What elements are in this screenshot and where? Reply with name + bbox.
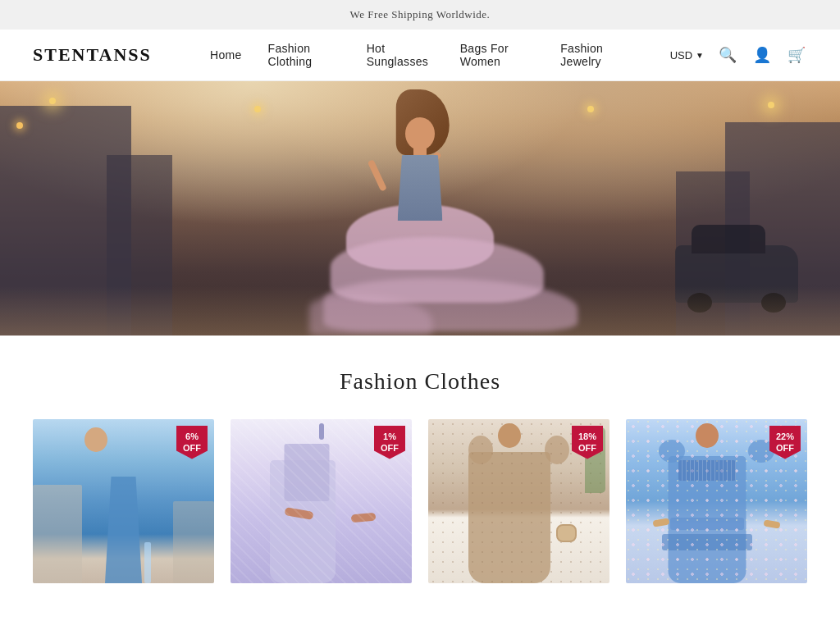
hero-banner [0, 81, 840, 336]
section-title: Fashion Clothes [0, 336, 840, 419]
product-card-4[interactable]: 22% OFF [626, 419, 807, 583]
fashion-clothes-section: Fashion Clothes 6% OFF [0, 336, 840, 616]
shipping-banner: We Free Shipping Worldwide. [0, 0, 840, 30]
discount-off-3: OFF [578, 443, 596, 453]
currency-label: USD [670, 49, 692, 62]
nav-bags-for-women[interactable]: Bags For Women [460, 42, 535, 68]
products-grid: 6% OFF 1% OFF [0, 419, 840, 616]
discount-percent-3: 18% [578, 431, 596, 441]
search-icon: 🔍 [719, 47, 737, 63]
nav-fashion-clothing[interactable]: Fashion Clothing [268, 42, 340, 68]
street-lights-right [768, 102, 774, 108]
account-button[interactable]: 👤 [751, 44, 773, 66]
product-card-3[interactable]: 18% OFF [428, 419, 609, 583]
hero-section [0, 81, 840, 336]
discount-percent-1: 6% [185, 431, 199, 441]
currency-selector[interactable]: USD ▼ [670, 49, 704, 62]
discount-off-2: OFF [381, 443, 399, 453]
model-head [405, 117, 435, 150]
site-logo[interactable]: STENTANSS [33, 44, 152, 66]
currency-dropdown-arrow: ▼ [696, 51, 704, 60]
nav-hot-sunglasses[interactable]: Hot Sunglasses [367, 42, 434, 68]
model-bodice [398, 155, 443, 221]
main-nav: Home Fashion Clothing Hot Sunglasses Bag… [210, 42, 630, 68]
discount-off-1: OFF [183, 443, 201, 453]
discount-percent-2: 1% [383, 431, 396, 441]
product-card-2[interactable]: 1% OFF [231, 419, 412, 583]
discount-percent-4: 22% [776, 431, 794, 441]
cart-button[interactable]: 🛒 [786, 44, 807, 66]
search-button[interactable]: 🔍 [717, 44, 738, 66]
header-actions: USD ▼ 🔍 👤 🛒 [670, 44, 807, 66]
cart-icon: 🛒 [788, 47, 806, 63]
site-header: STENTANSS Home Fashion Clothing Hot Sung… [0, 30, 840, 81]
account-icon: 👤 [753, 47, 771, 63]
banner-text: We Free Shipping Worldwide. [350, 8, 491, 21]
nav-fashion-jewelry[interactable]: Fashion Jewelry [560, 42, 630, 68]
discount-off-4: OFF [776, 443, 794, 453]
street-lights-left [49, 98, 56, 104]
product-card-1[interactable]: 6% OFF [33, 419, 214, 583]
nav-home[interactable]: Home [210, 48, 242, 62]
